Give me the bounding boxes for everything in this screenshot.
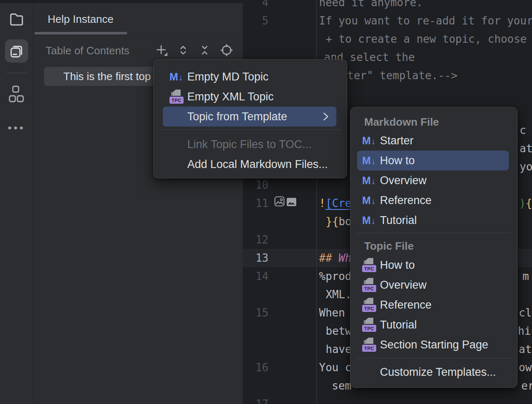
plus-icon — [155, 44, 168, 56]
code-run: ![Cre — [319, 194, 351, 212]
menu-section-header-markdown-file: Markdown File — [364, 112, 439, 132]
ide-window: ••• Help Instance Table of Contents — [0, 0, 532, 404]
menu-item-icon-holder: M↓ — [362, 195, 379, 207]
code-run: at — [519, 340, 532, 358]
menu-separator — [356, 233, 511, 233]
menu-item-label: How to — [380, 154, 415, 167]
add-topic-button[interactable] — [154, 43, 169, 58]
toc-item-label: This is the first top — [44, 67, 165, 86]
menu-item-icon-holder: M↓ — [362, 135, 379, 147]
expand-all-button[interactable] — [176, 43, 191, 58]
code-run: You c — [319, 358, 351, 377]
line-number: 14 — [243, 267, 268, 285]
menu-item-label: Overview — [380, 279, 427, 292]
menu-item-label: Empty MD Topic — [187, 71, 268, 83]
menu-item-label: Reference — [380, 299, 432, 312]
code-segment: ! — [319, 197, 326, 209]
line-number: 16 — [243, 358, 268, 377]
code-run: at — [520, 139, 532, 158]
menu-item-tutorial[interactable]: TPCTutorial — [357, 315, 509, 335]
code-run: yo — [520, 158, 532, 176]
topic-file-icon: TPC — [362, 298, 376, 312]
menu-item-add-local-markdown-files[interactable]: Add Local Markdown Files... — [163, 154, 336, 174]
code-segment: }{ — [326, 215, 339, 228]
line-number: 4 — [243, 0, 268, 12]
menu-item-label: Reference — [380, 194, 432, 207]
menu-item-icon-holder: M↓ — [169, 71, 186, 83]
menu-item-how-to[interactable]: M↓How to — [357, 151, 509, 170]
code-segment: { — [526, 197, 532, 209]
menu-item-section-starting-page[interactable]: TPCSection Starting Page — [357, 335, 509, 355]
code-run: ){ — [519, 194, 532, 212]
line-number: 11 — [243, 194, 268, 212]
activity-divider — [7, 73, 27, 73]
code-run: c — [520, 121, 526, 139]
image-preview-icon[interactable] — [274, 196, 285, 207]
menu-item-how-to[interactable]: TPCHow to — [357, 255, 509, 275]
menu-separator — [356, 358, 511, 358]
code-segment: ) — [519, 197, 526, 209]
menu-item-reference[interactable]: TPCReference — [357, 295, 509, 315]
menu-item-label: Tutorial — [380, 214, 417, 227]
toc-item-selected[interactable]: This is the first top — [44, 67, 165, 86]
code-segment: yo — [520, 161, 532, 173]
menu-item-label: Overview — [380, 174, 427, 187]
writerside-instances-icon[interactable] — [5, 39, 28, 63]
menu-item-label: Topic from Template — [187, 110, 287, 123]
new-topic-menu: M↓Empty MD TopicTPCEmpty XML TopicTopic … — [153, 59, 347, 178]
code-segment: betw — [326, 325, 352, 337]
code-segment: ow — [519, 361, 532, 374]
active-tab-indicator — [34, 32, 127, 34]
menu-item-reference[interactable]: M↓Reference — [357, 190, 509, 210]
menu-item-tutorial[interactable]: M↓Tutorial — [357, 210, 509, 230]
more-icon[interactable]: ••• — [5, 116, 28, 139]
activity-bar: ••• — [0, 0, 33, 404]
code-segment: m — [522, 270, 529, 282]
menu-item-empty-md-topic[interactable]: M↓Empty MD Topic — [163, 67, 336, 87]
topic-file-icon: TPC — [362, 258, 376, 272]
menu-item-icon-holder: TPC — [362, 298, 379, 312]
code-run: have — [326, 340, 352, 358]
project-icon[interactable] — [5, 7, 28, 30]
locate-button[interactable] — [219, 43, 234, 58]
menu-item-starter[interactable]: M↓Starter — [357, 131, 509, 151]
structure-icon[interactable] — [5, 83, 28, 106]
code-run: ow — [519, 358, 532, 377]
code-segment: have — [326, 343, 352, 355]
code-run: }{bo — [326, 212, 352, 231]
code-run: sem — [332, 377, 351, 395]
menu-item-empty-xml-topic[interactable]: TPCEmpty XML Topic — [163, 87, 336, 107]
line-number: 10 — [243, 176, 268, 194]
menu-item-overview[interactable]: TPCOverview — [357, 275, 509, 295]
menu-item-icon-holder: M↓ — [362, 175, 379, 187]
menu-item-topic-from-template[interactable]: Topic from Template — [163, 107, 336, 127]
window-top-edge — [0, 0, 243, 3]
topic-from-template-submenu: Markdown FileM↓StarterM↓How toM↓Overview… — [350, 107, 517, 388]
code-segment: bo — [339, 215, 351, 228]
code-segment: + to create a new topic, choose — [326, 33, 527, 45]
menu-item-label: Add Local Markdown Files... — [187, 158, 328, 171]
menu-item-label: Link Topic Files to TOC... — [187, 138, 312, 151]
menu-item-link-topic-files-to-toc[interactable]: Link Topic Files to TOC... — [163, 134, 336, 154]
menu-item-icon-holder: TPC — [362, 318, 379, 332]
menu-item-overview[interactable]: M↓Overview — [357, 170, 509, 190]
more-dots: ••• — [8, 122, 25, 133]
code-segment: c — [520, 124, 526, 136]
code-run: er — [521, 377, 532, 395]
code-run: %prod — [319, 267, 351, 285]
code-segment: You c — [319, 361, 351, 374]
menu-item-label: How to — [380, 259, 415, 272]
menu-item-label: Tutorial — [380, 319, 417, 331]
collapse-all-icon — [198, 44, 211, 56]
image-thumbnail-icon[interactable] — [287, 198, 296, 206]
line-number: 5 — [243, 12, 268, 30]
menu-item-label: Starter — [380, 134, 414, 147]
tool-window-tab[interactable]: Help Instance — [48, 13, 114, 26]
menu-item-icon-holder: TPC — [362, 278, 379, 292]
collapse-all-button[interactable] — [197, 43, 212, 58]
crosshair-icon — [220, 44, 233, 56]
menu-item-customize-templates[interactable]: Customize Templates... — [357, 362, 509, 382]
code-segment: Wh — [339, 252, 351, 264]
code-run: If you want to re-add it for your — [319, 12, 532, 30]
code-segment: sem — [332, 380, 351, 392]
